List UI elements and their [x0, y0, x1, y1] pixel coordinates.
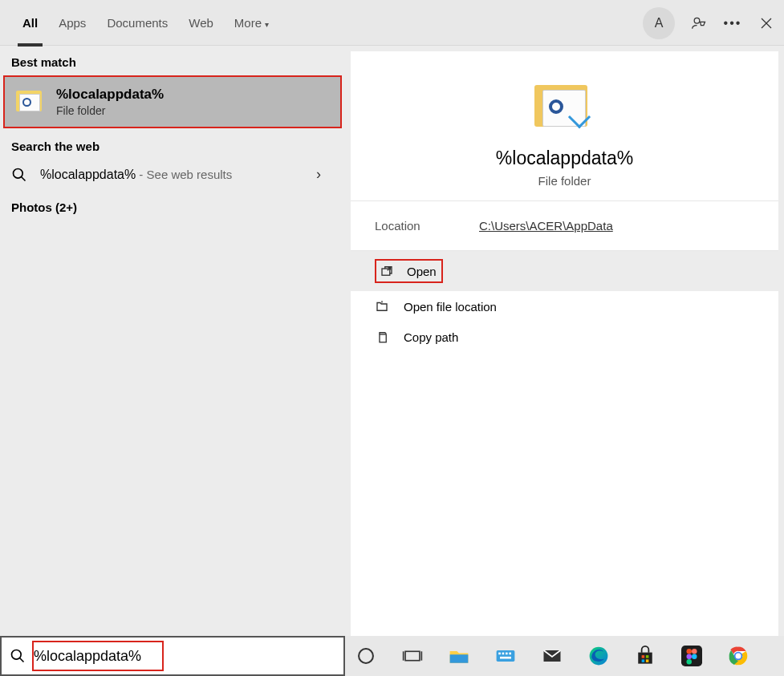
user-avatar[interactable]: A: [643, 7, 675, 39]
location-value[interactable]: C:\Users\ACER\AppData: [479, 219, 613, 233]
svg-rect-13: [450, 654, 469, 663]
best-match-label: Best match: [0, 46, 345, 74]
photos-label[interactable]: Photos (2+): [0, 191, 345, 219]
details-title: %localappdata%: [496, 148, 633, 169]
tab-more[interactable]: More▾: [234, 13, 269, 33]
search-bar[interactable]: [0, 636, 345, 676]
search-web-label: Search the web: [0, 130, 345, 158]
web-result-suffix: - See web results: [136, 168, 232, 181]
tab-documents[interactable]: Documents: [107, 13, 168, 33]
web-result-text: %localappdata% - See web results: [40, 168, 232, 182]
action-copy-path-label: Copy path: [404, 330, 458, 344]
tab-all[interactable]: All: [22, 13, 38, 33]
folder-icon-large: [534, 80, 595, 133]
svg-rect-6: [380, 334, 386, 342]
search-icon: [11, 167, 27, 183]
filter-tabs: All Apps Documents Web More▾: [8, 0, 269, 45]
svg-point-31: [687, 659, 693, 665]
close-icon[interactable]: [757, 14, 776, 33]
details-pane: %localappdata% File folder Location C:\U…: [351, 51, 778, 636]
svg-point-3: [14, 168, 23, 178]
tab-web[interactable]: Web: [189, 13, 213, 33]
action-open-label: Open: [407, 265, 437, 278]
svg-rect-17: [506, 653, 508, 655]
svg-rect-25: [646, 659, 649, 662]
tab-more-label: More: [234, 16, 262, 30]
open-highlight-box: Open: [375, 259, 443, 283]
more-options-icon[interactable]: •••: [723, 14, 742, 33]
svg-line-8: [20, 658, 24, 662]
folder-icon: [16, 87, 45, 116]
tab-apps[interactable]: Apps: [59, 13, 86, 33]
svg-rect-15: [498, 653, 501, 655]
folder-open-icon: [375, 299, 389, 314]
svg-point-27: [687, 649, 693, 654]
details-subtitle: File folder: [538, 174, 591, 188]
svg-rect-19: [500, 657, 511, 659]
details-header: %localappdata% File folder: [351, 51, 778, 201]
search-header: All Apps Documents Web More▾ A •••: [0, 0, 784, 46]
best-match-title: %localappdata%: [56, 87, 164, 103]
best-match-item[interactable]: %localappdata% File folder: [3, 75, 342, 128]
search-input[interactable]: [34, 638, 343, 674]
svg-rect-26: [681, 646, 702, 666]
cortana-icon[interactable]: [353, 643, 379, 669]
header-right: A •••: [643, 0, 776, 46]
svg-point-0: [694, 18, 700, 23]
svg-rect-16: [502, 653, 505, 655]
svg-rect-24: [642, 659, 645, 662]
keyboard-icon[interactable]: [493, 643, 518, 669]
location-label: Location: [375, 219, 479, 233]
main-area: Best match %localappdata% File folder Se…: [0, 46, 784, 636]
action-copy-path[interactable]: Copy path: [351, 322, 778, 352]
svg-line-4: [22, 176, 26, 180]
location-row: Location C:\Users\ACER\AppData: [351, 201, 778, 251]
svg-rect-18: [509, 653, 511, 655]
file-explorer-icon[interactable]: [446, 643, 472, 669]
web-result-term: %localappdata%: [40, 168, 136, 181]
chevron-right-icon: ›: [316, 166, 334, 183]
svg-point-29: [687, 654, 693, 660]
open-icon: [380, 264, 394, 278]
svg-point-30: [692, 654, 697, 660]
taskbar: [345, 636, 784, 676]
mail-icon[interactable]: [539, 643, 565, 669]
action-open[interactable]: Open: [351, 251, 778, 291]
svg-point-28: [692, 649, 697, 654]
svg-point-34: [736, 654, 741, 659]
store-icon[interactable]: [632, 643, 658, 669]
svg-point-7: [12, 650, 22, 660]
svg-rect-10: [405, 651, 420, 660]
svg-rect-22: [642, 655, 645, 658]
best-match-subtitle: File folder: [56, 104, 164, 117]
results-pane: Best match %localappdata% File folder Se…: [0, 46, 345, 636]
action-open-location[interactable]: Open file location: [351, 291, 778, 322]
search-icon: [2, 648, 34, 664]
best-match-text: %localappdata% File folder: [56, 87, 164, 117]
figma-icon[interactable]: [679, 643, 705, 669]
svg-rect-14: [497, 650, 515, 662]
chrome-icon[interactable]: [725, 643, 751, 669]
svg-rect-23: [646, 655, 649, 658]
edge-icon[interactable]: [586, 643, 611, 669]
caret-down-icon: ▾: [265, 20, 269, 29]
web-result-item[interactable]: %localappdata% - See web results ›: [0, 158, 345, 191]
svg-point-9: [359, 649, 373, 663]
copy-icon: [375, 330, 389, 344]
action-open-location-label: Open file location: [404, 300, 497, 314]
feedback-icon[interactable]: [689, 14, 709, 33]
task-view-icon[interactable]: [400, 643, 425, 669]
